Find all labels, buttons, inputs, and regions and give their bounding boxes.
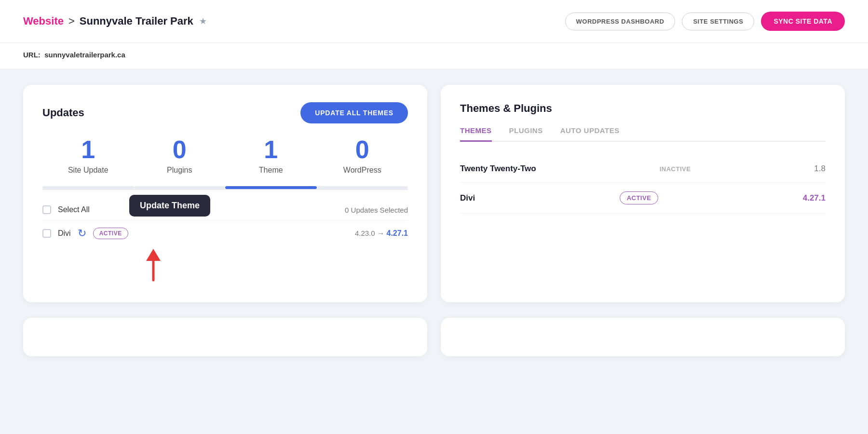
theme-row-divi: Divi ACTIVE 4.27.1 [460, 183, 826, 214]
arrow-annotation [42, 246, 408, 285]
tab-wordpress-filter[interactable] [317, 186, 408, 189]
divi-version-info: 4.23.0 → 4.27.1 [355, 229, 408, 238]
theme-row-twenty-twenty-two: Twenty Twenty-Two INACTIVE 1.8 [460, 155, 826, 183]
breadcrumb-site-name: Sunnyvale Trailer Park [80, 15, 193, 27]
tab-site-update[interactable] [42, 186, 134, 189]
updates-title: Updates [42, 107, 84, 119]
theme-status-twenty-twenty-two: INACTIVE [660, 165, 691, 173]
sync-site-data-button[interactable]: SYNC SITE DATA [761, 12, 845, 31]
refresh-icon[interactable]: ↻ [78, 227, 86, 240]
stat-wordpress-number: 0 [317, 137, 408, 162]
bottom-section [0, 318, 868, 372]
stat-wordpress-label: WordPress [317, 166, 408, 175]
filter-tab-bar [42, 186, 408, 190]
divi-active-badge: ACTIVE [93, 228, 128, 239]
update-theme-tooltip: Update Theme [129, 195, 210, 217]
divi-version-from: 4.23.0 [355, 229, 375, 237]
theme-version-twenty-twenty-two: 1.8 [814, 164, 826, 174]
main-content: Updates UPDATE ALL THEMES 1 Site Update … [0, 69, 868, 318]
bottom-left-card [23, 318, 427, 356]
header: Website > Sunnyvale Trailer Park ★ WORDP… [0, 0, 868, 43]
divi-row-left: Divi ↻ ACTIVE [42, 227, 128, 240]
site-settings-button[interactable]: SITE SETTINGS [682, 13, 754, 30]
updates-card: Updates UPDATE ALL THEMES 1 Site Update … [23, 85, 427, 302]
favorite-icon[interactable]: ★ [199, 16, 207, 27]
stat-plugins-label: Plugins [134, 166, 226, 175]
stat-site-update: 1 Site Update [42, 137, 134, 175]
bottom-right-card [441, 318, 845, 356]
stat-site-update-label: Site Update [42, 166, 134, 175]
theme-status-divi: ACTIVE [620, 191, 659, 204]
breadcrumb-website[interactable]: Website [23, 15, 64, 27]
stat-plugins-number: 0 [134, 137, 226, 162]
themes-plugins-title: Themes & Plugins [460, 102, 826, 115]
select-all-label[interactable]: Select All [58, 205, 90, 214]
stat-wordpress: 0 WordPress [317, 137, 408, 175]
divi-checkbox[interactable] [42, 229, 51, 238]
select-all-row: Select All 0 Updates Selected Update The… [42, 200, 408, 220]
breadcrumb-separator: > [68, 15, 75, 27]
update-all-themes-button[interactable]: UPDATE ALL THEMES [300, 102, 408, 123]
theme-version-divi: 4.27.1 [803, 193, 826, 203]
tab-plugins-filter[interactable] [134, 186, 226, 189]
updates-header: Updates UPDATE ALL THEMES [42, 102, 408, 123]
stat-theme: 1 Theme [225, 137, 317, 175]
tab-themes[interactable]: THEMES [460, 126, 492, 142]
url-label: URL: sunnyvaletrailerpark.ca [23, 51, 125, 59]
themes-plugins-card: Themes & Plugins THEMES PLUGINS AUTO UPD… [441, 85, 845, 302]
tab-auto-updates[interactable]: AUTO UPDATES [560, 126, 620, 141]
svg-marker-1 [146, 249, 161, 261]
theme-name-twenty-twenty-two: Twenty Twenty-Two [460, 164, 536, 174]
divi-theme-row: Divi ↻ ACTIVE 4.23.0 → 4.27.1 [42, 220, 408, 246]
arrow-icon [139, 246, 168, 285]
breadcrumb: Website > Sunnyvale Trailer Park ★ [23, 15, 207, 27]
stat-theme-label: Theme [225, 166, 317, 175]
url-value: sunnyvaletrailerpark.ca [44, 51, 125, 59]
select-all-checkbox[interactable] [42, 205, 51, 214]
themes-tabs: THEMES PLUGINS AUTO UPDATES [460, 126, 826, 142]
divi-version-arrow: → [377, 229, 384, 237]
header-actions: WORDPRESS DASHBOARD SITE SETTINGS SYNC S… [565, 12, 845, 31]
updates-selected-count: 0 Updates Selected [345, 206, 408, 214]
divi-theme-name: Divi [58, 229, 71, 238]
select-all-left: Select All [42, 205, 90, 214]
stat-site-update-number: 1 [42, 137, 134, 162]
wordpress-dashboard-button[interactable]: WORDPRESS DASHBOARD [565, 13, 676, 30]
tab-plugins[interactable]: PLUGINS [509, 126, 543, 141]
stat-theme-number: 1 [225, 137, 317, 162]
url-bar: URL: sunnyvaletrailerpark.ca [0, 43, 868, 69]
stat-plugins: 0 Plugins [134, 137, 226, 175]
divi-version-to: 4.27.1 [387, 229, 408, 237]
stats-row: 1 Site Update 0 Plugins 1 Theme 0 WordPr… [42, 137, 408, 175]
theme-name-divi: Divi [460, 193, 475, 203]
tab-theme-filter[interactable] [225, 186, 317, 189]
